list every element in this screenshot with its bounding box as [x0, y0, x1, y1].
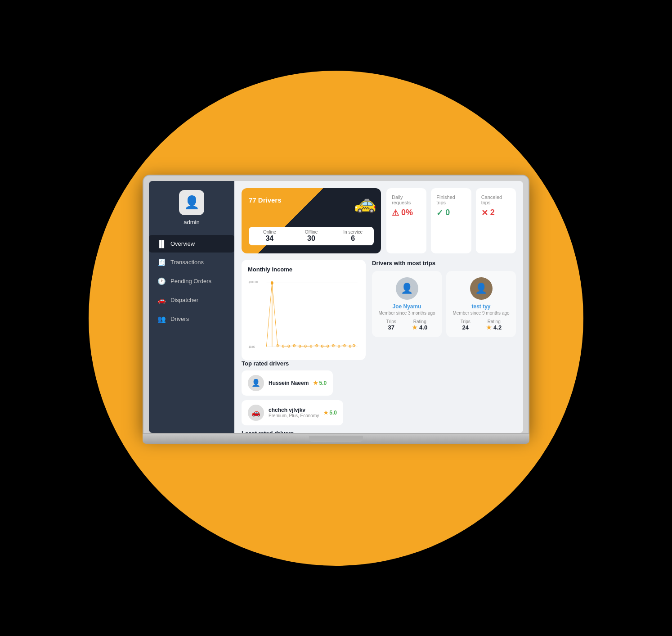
online-value: 34: [265, 235, 273, 242]
finished-trips-title: Finished trips: [436, 194, 466, 205]
banner-drivers-label: 77 Drivers: [249, 196, 282, 204]
driver-trips-1: Trips 24: [461, 319, 470, 331]
pending-icon: 🕐: [157, 277, 166, 285]
least-rated-section: Least rated drivers 👤 Frederico Lopes Pr…: [242, 430, 366, 433]
stat-canceled-trips: Canceled trips ✕ 2: [476, 188, 516, 253]
canceled-trips-value: ✕ 2: [481, 208, 511, 218]
drivers-icon: 👥: [157, 315, 166, 323]
middle-row: Monthly Income $100.00 $0.00: [242, 260, 516, 433]
check-icon: ✓: [436, 208, 443, 218]
daily-requests-title: Daily requests: [392, 194, 421, 205]
drivers-most-trips-title: Drivers with most trips: [372, 260, 516, 266]
svg-text:$0.00: $0.00: [249, 345, 255, 348]
sidebar-label-dispatcher: Dispatcher: [170, 297, 198, 303]
least-rated-title: Least rated drivers: [242, 430, 366, 433]
top-rated-item-1: 🚗 chchch vjlvjkv Premium, Plus, Economy …: [242, 400, 343, 425]
in-service-value: 6: [351, 235, 355, 242]
sidebar-item-drivers[interactable]: 👥 Drivers: [149, 310, 234, 328]
top-rated-item-0: 👤 Hussein Naeem ★ 5.0: [242, 370, 333, 396]
banner-card: 77 Drivers 🚕 Online 34 Offline 30: [242, 188, 381, 253]
monthly-income-title: Monthly Income: [248, 266, 359, 273]
driver-rating-1: Rating ★ 4.2: [486, 319, 502, 331]
chart-section: Monthly Income $100.00 $0.00: [242, 260, 366, 360]
warning-icon: ⚠: [392, 208, 399, 218]
trips-val-0: 37: [388, 324, 394, 331]
sidebar-item-dispatcher[interactable]: 🚗 Dispatcher: [149, 291, 234, 309]
sidebar-label-transactions: Transactions: [170, 259, 204, 266]
avatar: 👤: [179, 190, 204, 215]
star-icon-top-1: ★: [323, 410, 328, 416]
top-rated-score-0: ★ 5.0: [313, 380, 327, 386]
transactions-icon: 🧾: [157, 258, 166, 266]
top-rated-name-1: chchch vjlvjkv: [269, 407, 319, 413]
top-rated-avatar-1: 🚗: [248, 405, 264, 421]
right-panel: Drivers with most trips 👤 Joe Nyamu Memb…: [372, 260, 516, 433]
drivers-most-trips-section: Drivers with most trips 👤 Joe Nyamu Memb…: [372, 260, 516, 337]
finished-trips-value: ✓ 0: [436, 208, 466, 218]
top-rated-avatar-0: 👤: [248, 375, 264, 391]
driver-avatar-0: 👤: [396, 277, 418, 300]
driver-since-0: Member since 3 months ago: [378, 311, 435, 316]
admin-label: admin: [184, 219, 199, 226]
top-rated-sub-1: Premium, Plus, Economy: [269, 413, 319, 418]
main-content: 77 Drivers 🚕 Online 34 Offline 30: [234, 181, 523, 433]
rating-val-1: ★ 4.2: [486, 324, 502, 331]
canceled-trips-title: Canceled trips: [481, 194, 511, 205]
banner-online: Online 34: [249, 227, 291, 245]
drivers-cards: 👤 Joe Nyamu Member since 3 months ago Tr…: [372, 271, 516, 337]
star-0: ★: [412, 324, 417, 331]
stat-daily-requests: Daily requests ⚠ 0%: [386, 188, 426, 253]
dispatcher-icon: 🚗: [157, 296, 166, 304]
rating-label-0: Rating: [412, 319, 427, 324]
top-rated-title: Top rated drivers: [242, 360, 366, 367]
trips-label-1: Trips: [461, 319, 470, 324]
online-label: Online: [251, 230, 289, 235]
driver-rating-0: Rating ★ 4.0: [412, 319, 427, 331]
banner-offline: Offline 30: [291, 227, 332, 245]
left-column: Monthly Income $100.00 $0.00: [242, 260, 366, 433]
rating-val-0: ★ 4.0: [412, 324, 427, 331]
rating-label-1: Rating: [486, 319, 502, 324]
star-icon-top-0: ★: [313, 380, 318, 386]
star-1: ★: [486, 324, 492, 331]
stat-finished-trips: Finished trips ✓ 0: [431, 188, 471, 253]
sidebar-label-overview: Overview: [170, 240, 195, 247]
banner-stats: Online 34 Offline 30 In service 6: [249, 227, 374, 245]
driver-name-0: Joe Nyamu: [378, 303, 435, 310]
top-rated-name-0: Hussein Naeem: [269, 380, 309, 386]
chart-container: $100.00 $0.00: [248, 277, 359, 354]
daily-requests-value: ⚠ 0%: [392, 208, 421, 218]
offline-label: Offline: [292, 230, 331, 235]
top-rated-list: 👤 Hussein Naeem ★ 5.0: [242, 370, 366, 425]
top-rated-info-0: Hussein Naeem: [269, 380, 309, 386]
banner-in-service: In service 6: [332, 227, 374, 245]
laptop-frame: 👤 admin ▐▌ Overview 🧾 Transactions 🕐 Pen…: [143, 175, 529, 434]
offline-value: 30: [307, 235, 315, 242]
sidebar-label-drivers: Drivers: [170, 316, 189, 322]
laptop-screen: 👤 admin ▐▌ Overview 🧾 Transactions 🕐 Pen…: [149, 181, 523, 433]
taxi-icon: 🚕: [354, 193, 376, 214]
sidebar: 👤 admin ▐▌ Overview 🧾 Transactions 🕐 Pen…: [149, 181, 234, 433]
driver-since-1: Member since 9 months ago: [452, 311, 510, 316]
driver-trips-0: Trips 37: [386, 319, 396, 331]
sidebar-label-pending: Pending Orders: [170, 278, 211, 284]
sidebar-item-overview[interactable]: ▐▌ Overview: [149, 235, 234, 253]
laptop-base: [143, 434, 529, 444]
driver-name-1: test tyy: [452, 303, 510, 310]
driver-stats-1: Trips 24 Rating ★ 4.2: [452, 319, 510, 331]
sidebar-item-transactions[interactable]: 🧾 Transactions: [149, 253, 234, 271]
laptop: 👤 admin ▐▌ Overview 🧾 Transactions 🕐 Pen…: [143, 175, 529, 444]
top-rated-section: Top rated drivers 👤 Hussein Naeem: [242, 360, 366, 425]
x-icon: ✕: [481, 208, 488, 218]
stats-cards: Daily requests ⚠ 0% Finished trips ✓: [386, 188, 516, 253]
driver-stats-0: Trips 37 Rating ★ 4.0: [378, 319, 435, 331]
trips-label-0: Trips: [386, 319, 396, 324]
top-rated-info-1: chchch vjlvjkv Premium, Plus, Economy: [269, 407, 319, 418]
trips-val-1: 24: [462, 324, 469, 331]
income-chart: $100.00 $0.00: [248, 277, 359, 354]
bottom-section: Top rated drivers 👤 Hussein Naeem: [242, 360, 366, 433]
driver-avatar-1: 👤: [470, 277, 493, 300]
sidebar-item-pending-orders[interactable]: 🕐 Pending Orders: [149, 272, 234, 290]
driver-card-1: 👤 test tyy Member since 9 months ago Tri…: [446, 271, 516, 337]
in-service-label: In service: [334, 230, 372, 235]
